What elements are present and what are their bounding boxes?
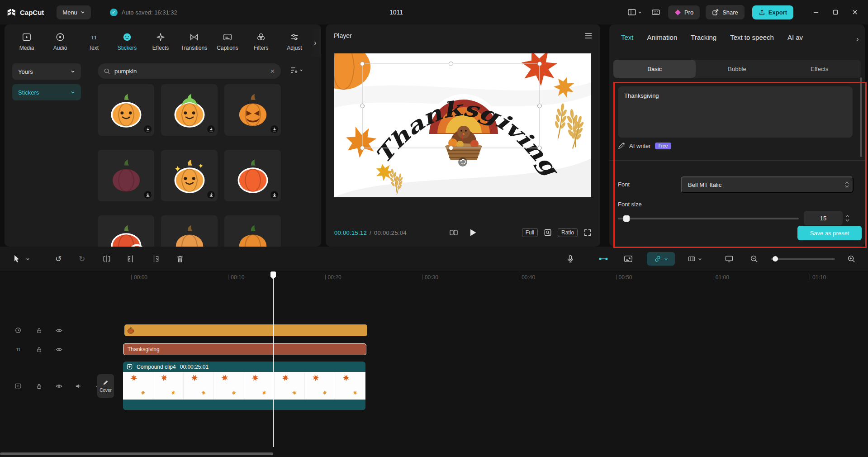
zoom-slider-thumb[interactable] xyxy=(773,256,778,262)
download-icon[interactable] xyxy=(270,191,278,199)
delete-icon[interactable] xyxy=(174,252,186,265)
shortcuts-button[interactable] xyxy=(650,6,662,19)
full-button[interactable]: Full xyxy=(522,228,538,237)
sticker-item[interactable] xyxy=(224,150,281,201)
subtab-effects[interactable]: Effects xyxy=(778,60,861,78)
lock-icon[interactable] xyxy=(34,325,44,335)
fullscreen-icon[interactable] xyxy=(583,228,592,237)
ai-writer-button[interactable]: AI writer Free xyxy=(618,142,671,149)
timeline[interactable]: 00:0000:1000:2000:3000:4000:5001:0001:10… xyxy=(0,271,868,457)
zoom-in-icon[interactable] xyxy=(845,252,858,265)
download-icon[interactable] xyxy=(270,125,278,133)
font-size-stepper[interactable] xyxy=(845,211,849,225)
sticker-item[interactable] xyxy=(98,150,154,201)
sticker-item[interactable] xyxy=(98,215,154,247)
tabs-overflow-chevron[interactable]: › xyxy=(309,29,321,57)
sticker-item[interactable] xyxy=(98,84,154,136)
tab-effects[interactable]: Effects xyxy=(144,29,177,55)
tab-text-settings[interactable]: Text xyxy=(621,33,634,41)
save-as-preset-button[interactable]: Save as preset xyxy=(797,226,862,240)
layout-toggle-button[interactable] xyxy=(626,6,644,19)
playhead[interactable] xyxy=(270,271,276,448)
font-size-slider[interactable] xyxy=(618,218,799,219)
inspector-scrollbar[interactable] xyxy=(860,77,862,157)
lock-icon[interactable] xyxy=(34,381,44,391)
font-dropdown[interactable]: Bell MT Italic xyxy=(681,176,854,193)
tab-ai-avatar[interactable]: AI av xyxy=(787,33,803,41)
voiceover-mic-icon[interactable] xyxy=(564,252,577,265)
frame-by-frame-icon[interactable] xyxy=(450,229,458,236)
link-clips-button[interactable] xyxy=(647,252,675,266)
tab-text[interactable]: TI Text xyxy=(77,29,110,55)
download-icon[interactable] xyxy=(207,191,215,199)
download-icon[interactable] xyxy=(207,125,215,133)
delete-left-icon[interactable] xyxy=(125,252,138,265)
tab-filters[interactable]: Filters xyxy=(244,29,278,55)
rotate-handle[interactable] xyxy=(458,157,467,167)
stickers-category-dropdown[interactable]: Stickers xyxy=(12,84,81,100)
sticker-clip[interactable] xyxy=(124,324,367,336)
sticker-item[interactable] xyxy=(224,84,281,136)
split-icon[interactable] xyxy=(100,252,113,265)
download-icon[interactable] xyxy=(144,191,152,199)
preview-window-icon[interactable] xyxy=(723,252,735,265)
close-button[interactable] xyxy=(848,5,862,19)
visibility-eye-icon[interactable] xyxy=(54,381,64,391)
tab-animation[interactable]: Animation xyxy=(647,33,678,41)
share-button[interactable]: Share xyxy=(706,5,745,19)
sticker-item[interactable] xyxy=(224,215,281,247)
video-clip[interactable]: Compound clip4 00:00:25:01 xyxy=(123,362,365,410)
mute-speaker-icon[interactable] xyxy=(73,381,83,391)
tab-media[interactable]: Media xyxy=(10,29,43,55)
sticker-item[interactable] xyxy=(161,215,218,247)
text-content-input[interactable]: Thanksgiving xyxy=(618,86,853,138)
yours-dropdown[interactable]: Yours xyxy=(12,63,81,80)
redo-icon[interactable]: ↻ xyxy=(76,252,88,265)
tab-text-to-speech[interactable]: Text to speech xyxy=(730,33,774,41)
tab-audio[interactable]: Audio xyxy=(43,29,77,55)
download-icon[interactable] xyxy=(144,125,152,133)
tab-adjust[interactable]: Adjust xyxy=(278,29,311,55)
lock-icon[interactable] xyxy=(34,344,44,354)
zoom-fit-icon[interactable] xyxy=(544,228,552,237)
visibility-eye-icon[interactable] xyxy=(54,325,64,335)
ratio-button[interactable]: Ratio xyxy=(558,228,578,237)
minimize-button[interactable] xyxy=(809,5,823,19)
tab-captions[interactable]: Captions xyxy=(211,29,244,55)
font-stepper[interactable] xyxy=(845,181,849,188)
tab-stickers[interactable]: Stickers xyxy=(110,29,144,55)
menu-button[interactable]: Menu xyxy=(57,5,91,19)
timeline-ruler[interactable]: 00:0000:1000:2000:3000:4000:5001:0001:10 xyxy=(0,271,868,283)
clip-tool-button[interactable] xyxy=(682,252,707,266)
slider-thumb[interactable] xyxy=(623,215,630,222)
export-button[interactable]: Export xyxy=(752,5,793,19)
timeline-horizontal-scrollbar[interactable] xyxy=(0,452,273,455)
player-menu-icon[interactable] xyxy=(585,33,592,39)
text-clip[interactable]: Thanksgiving xyxy=(123,343,366,355)
sticker-item[interactable] xyxy=(161,150,218,201)
zoom-out-icon[interactable] xyxy=(748,252,760,265)
undo-icon[interactable]: ↺ xyxy=(52,252,65,265)
select-tool-chevron[interactable] xyxy=(24,252,32,265)
select-tool-icon[interactable] xyxy=(10,252,23,265)
auto-captions-icon[interactable] xyxy=(622,252,635,265)
sort-filter-icon[interactable] xyxy=(289,66,303,74)
tab-transitions[interactable]: Transitions xyxy=(177,29,211,55)
play-button[interactable] xyxy=(470,228,477,237)
keyframe-icon[interactable] xyxy=(597,252,610,265)
delete-right-icon[interactable] xyxy=(149,252,161,265)
font-size-value[interactable]: 15 xyxy=(804,211,843,225)
subtab-bubble[interactable]: Bubble xyxy=(696,60,778,78)
visibility-eye-icon[interactable] xyxy=(54,344,64,354)
cover-button[interactable]: Cover xyxy=(97,374,114,398)
preview-canvas[interactable]: Thanksgiving xyxy=(334,53,591,197)
subtab-basic[interactable]: Basic xyxy=(613,60,696,78)
inspector-tabs-chevron[interactable]: › xyxy=(852,33,863,43)
search-input[interactable]: pumpkin ✕ xyxy=(98,63,281,79)
clear-search-icon[interactable]: ✕ xyxy=(270,68,275,75)
sticker-item[interactable] xyxy=(161,84,218,136)
pro-button[interactable]: Pro xyxy=(668,5,700,19)
tab-tracking[interactable]: Tracking xyxy=(691,33,716,41)
timeline-zoom-slider[interactable] xyxy=(771,258,835,260)
maximize-button[interactable] xyxy=(829,5,842,19)
